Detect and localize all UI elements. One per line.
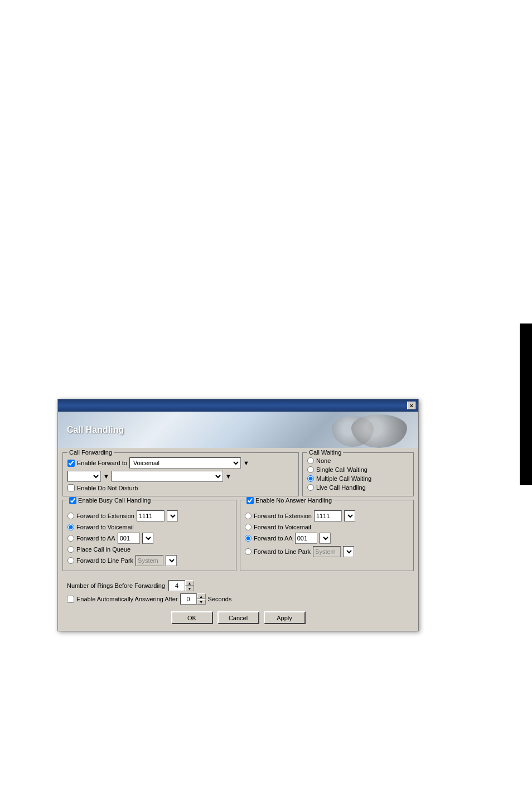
auto-answer-checkbox[interactable]: [67, 596, 74, 603]
dropdown-arrow2: ▼: [103, 473, 109, 480]
na-ext-text[interactable]: Forward to Extension: [254, 513, 312, 519]
auto-answer-up-button[interactable]: ▲: [197, 593, 206, 599]
na-ext-input[interactable]: [314, 510, 342, 522]
auto-answer-label[interactable]: Enable Automatically Answering After: [76, 596, 178, 602]
auto-answer-spinner-buttons: ▲ ▼: [197, 593, 206, 605]
busy-park-radio[interactable]: [67, 557, 74, 564]
busy-aa-select[interactable]: ▼: [142, 533, 153, 544]
busy-park-row: Forward to Line Park ▼: [67, 555, 231, 566]
busy-ext-radio[interactable]: [67, 513, 74, 519]
busy-park-text[interactable]: Forward to Line Park: [76, 557, 133, 564]
enable-no-answer-text[interactable]: Enable No Answer Handling: [255, 497, 332, 504]
busy-ext-input[interactable]: [137, 510, 165, 522]
busy-vm-row: Forward to Voicemail: [67, 524, 231, 530]
enable-forward-text[interactable]: Enable Forward to: [77, 460, 127, 466]
no-answer-group: Enable No Answer Handling Forward to Ext…: [240, 500, 414, 571]
na-vm-row: Forward to Voicemail: [245, 524, 409, 530]
na-aa-text[interactable]: Forward to AA: [254, 535, 293, 542]
seconds-label: Seconds: [208, 596, 232, 602]
apply-button[interactable]: Apply: [264, 611, 306, 624]
cw-single-row: Single Call Waiting: [307, 466, 409, 473]
busy-vm-text[interactable]: Forward to Voicemail: [76, 524, 134, 530]
cw-multiple-radio[interactable]: [307, 475, 314, 482]
cw-live-row: Live Call Handling: [307, 484, 409, 491]
page-background: × Call Handling Call Forwarding Enable F…: [0, 0, 532, 787]
na-aa-select[interactable]: ▼: [320, 533, 331, 544]
rings-spinner: ▲ ▼: [168, 580, 194, 591]
busy-aa-radio[interactable]: [67, 535, 74, 542]
busy-aa-input[interactable]: [118, 533, 140, 544]
call-waiting-label: Call Waiting: [307, 449, 343, 456]
busy-park-input: [136, 555, 163, 566]
busy-handling-group: Enable Busy Call Handling Forward to Ext…: [62, 500, 236, 571]
cw-none-radio[interactable]: [307, 457, 314, 464]
na-aa-input[interactable]: [295, 533, 317, 544]
busy-queue-text[interactable]: Place Call in Queue: [76, 546, 130, 553]
na-park-text[interactable]: Forward to Line Park: [254, 548, 311, 555]
cancel-button[interactable]: Cancel: [217, 611, 259, 624]
busy-queue-row: Place Call in Queue: [67, 546, 231, 553]
cw-live-radio[interactable]: [307, 484, 314, 491]
na-ext-row: Forward to Extension ▼: [245, 510, 409, 522]
busy-ext-text[interactable]: Forward to Extension: [76, 513, 134, 519]
dialog-content: Call Forwarding Enable Forward to Voicem…: [58, 448, 418, 631]
na-park-row: Forward to Line Park ▼: [245, 546, 409, 557]
dialog-title: Call Handling: [67, 425, 124, 435]
na-ext-select[interactable]: ▼: [344, 510, 355, 522]
forward-secondary-row: ▼ ▼: [67, 471, 294, 482]
auto-answer-row: Enable Automatically Answering After ▲ ▼…: [67, 593, 409, 605]
enable-no-answer-checkbox[interactable]: [246, 497, 254, 504]
cw-none-text[interactable]: None: [316, 457, 331, 464]
forward-to-select[interactable]: Voicemail Extension AA: [129, 457, 241, 469]
auto-answer-spinner: ▲ ▼: [180, 593, 206, 605]
call-forwarding-label: Call Forwarding: [67, 449, 114, 456]
dropdown-arrow3: ▼: [225, 473, 231, 480]
forward-secondary-select2[interactable]: [112, 471, 223, 482]
cw-none-row: None: [307, 457, 409, 464]
bottom-section: Number of Rings Before Forwarding ▲ ▼ En…: [62, 578, 414, 607]
auto-answer-input[interactable]: [180, 593, 197, 605]
middle-row: Enable Busy Call Handling Forward to Ext…: [62, 500, 414, 574]
dialog-banner: Call Handling: [58, 412, 418, 448]
busy-vm-radio[interactable]: [67, 524, 74, 530]
na-vm-text[interactable]: Forward to Voicemail: [254, 524, 311, 530]
ok-button[interactable]: OK: [171, 611, 213, 624]
cw-single-text[interactable]: Single Call Waiting: [316, 466, 367, 473]
enable-dnd-text[interactable]: Enable Do Not Disturb: [77, 485, 138, 491]
cw-live-text[interactable]: Live Call Handling: [316, 484, 366, 491]
busy-ext-select[interactable]: ▼: [167, 510, 178, 522]
enable-dnd-checkbox[interactable]: [67, 484, 75, 491]
busy-ext-row: Forward to Extension ▼: [67, 510, 231, 522]
enable-busy-checkbox[interactable]: [69, 497, 76, 504]
busy-park-select[interactable]: ▼: [166, 555, 177, 566]
dnd-row: Enable Do Not Disturb: [67, 484, 294, 491]
busy-aa-row: Forward to AA ▼: [67, 533, 231, 544]
button-row: OK Cancel Apply: [62, 607, 414, 626]
enable-forward-checkbox[interactable]: [67, 460, 75, 467]
na-park-radio[interactable]: [245, 548, 252, 555]
title-bar: ×: [58, 399, 418, 412]
rings-input[interactable]: [168, 580, 185, 591]
call-handling-dialog: × Call Handling Call Forwarding Enable F…: [57, 399, 419, 631]
na-aa-radio[interactable]: [245, 535, 252, 542]
close-button[interactable]: ×: [407, 402, 416, 409]
top-row: Call Forwarding Enable Forward to Voicem…: [62, 452, 414, 500]
rings-label: Number of Rings Before Forwarding: [67, 582, 165, 589]
rings-down-button[interactable]: ▼: [185, 586, 194, 591]
rings-spinner-buttons: ▲ ▼: [185, 580, 194, 591]
busy-queue-radio[interactable]: [67, 546, 74, 553]
cw-multiple-text[interactable]: Multiple Call Waiting: [316, 475, 371, 482]
enable-busy-text[interactable]: Enable Busy Call Handling: [78, 497, 151, 504]
forward-secondary-select1[interactable]: [67, 471, 101, 482]
right-sidebar-bar: [520, 324, 532, 485]
rings-up-button[interactable]: ▲: [185, 580, 194, 586]
na-ext-radio[interactable]: [245, 513, 252, 519]
auto-answer-down-button[interactable]: ▼: [197, 599, 206, 605]
cw-multiple-row: Multiple Call Waiting: [307, 475, 409, 482]
cw-single-radio[interactable]: [307, 466, 314, 473]
busy-aa-text[interactable]: Forward to AA: [76, 535, 115, 542]
na-vm-radio[interactable]: [245, 524, 252, 530]
call-forwarding-group: Call Forwarding Enable Forward to Voicem…: [62, 452, 299, 496]
na-aa-row: Forward to AA ▼: [245, 533, 409, 544]
na-park-select[interactable]: ▼: [343, 546, 354, 557]
